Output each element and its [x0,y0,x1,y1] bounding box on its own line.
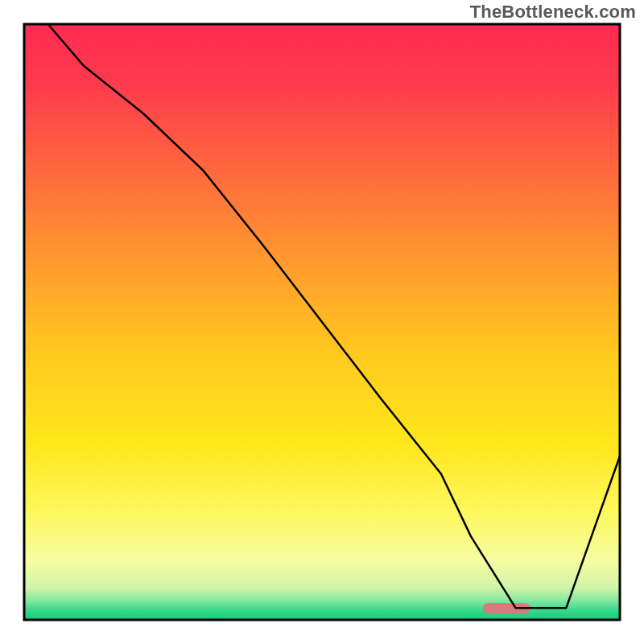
watermark-text: TheBottleneck.com [470,2,636,23]
bottleneck-chart [0,0,644,644]
chart-container: TheBottleneck.com [0,0,644,644]
